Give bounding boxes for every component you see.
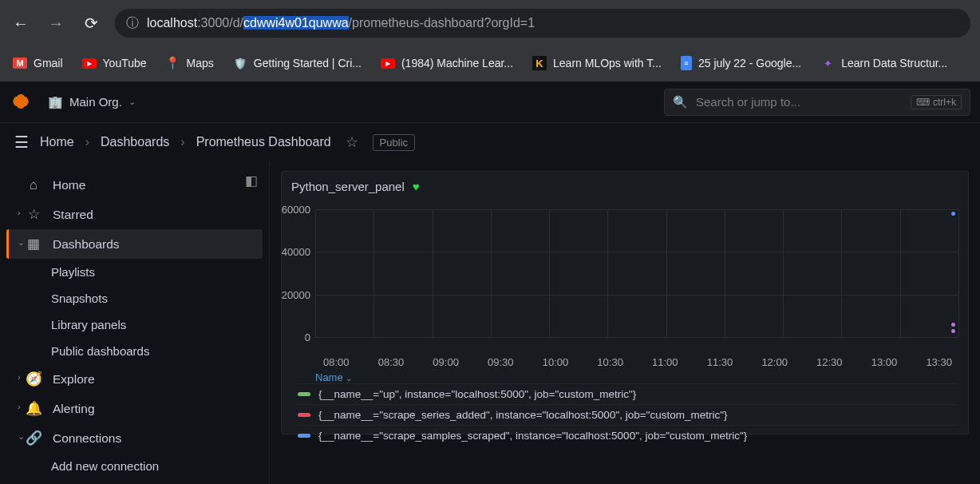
- x-tick-label: 10:30: [597, 356, 623, 368]
- x-tick-label: 08:00: [323, 356, 350, 368]
- star-icon[interactable]: ☆: [346, 133, 358, 151]
- data-point: [951, 212, 955, 216]
- sidebar-item-starred[interactable]: ☆Starred: [6, 200, 263, 229]
- x-tick-label: 08:30: [378, 356, 405, 368]
- spark-icon: ✦: [820, 56, 835, 70]
- bookmark-maps[interactable]: 📍Maps: [166, 56, 214, 70]
- link-icon: 🔗: [26, 430, 41, 446]
- grafana-logo[interactable]: [10, 91, 32, 113]
- back-button[interactable]: ←: [10, 11, 32, 36]
- gmail-icon: M: [13, 58, 27, 69]
- v-gridline: [491, 209, 492, 337]
- sidebar-item-playlists[interactable]: Playlists: [6, 259, 263, 285]
- v-gridline: [607, 209, 608, 337]
- star-icon: ☆: [26, 206, 41, 223]
- panel-title: Python_server_panel: [291, 180, 405, 193]
- v-gridline: [373, 209, 374, 337]
- v-gridline: [783, 209, 784, 337]
- breadcrumb-dashboards[interactable]: Dashboards: [101, 135, 169, 149]
- legend-row[interactable]: {__name__="up", instance="localhost:5000…: [298, 383, 958, 404]
- chevron-right-icon[interactable]: ›: [18, 402, 21, 411]
- search-box[interactable]: 🔍 Search or jump to... ⌨ctrl+k: [664, 89, 970, 116]
- bookmark-gdoc[interactable]: ≡25 july 22 - Google...: [681, 56, 801, 70]
- x-tick-label: 09:30: [488, 356, 514, 368]
- menu-toggle[interactable]: ☰: [14, 133, 29, 152]
- breadcrumb-sep: ›: [85, 135, 89, 149]
- bookmark-ml-1984[interactable]: ▶(1984) Machine Lear...: [381, 57, 513, 69]
- main-area: ◧ ⌂Home ›☆Starred ⌄▦Dashboards Playlists…: [0, 161, 980, 484]
- youtube-icon: ▶: [381, 58, 395, 69]
- chevron-down-icon[interactable]: ⌄: [18, 237, 25, 248]
- v-gridline: [841, 209, 842, 337]
- sidebar-item-dashboards[interactable]: ▦Dashboards: [6, 229, 263, 259]
- org-name: Main Org.: [69, 95, 122, 109]
- sidebar-item-alerting[interactable]: 🔔Alerting: [6, 394, 263, 423]
- building-icon: 🏢: [48, 95, 63, 109]
- search-placeholder: Search or jump to...: [696, 95, 903, 109]
- v-gridline: [900, 209, 901, 337]
- org-selector[interactable]: 🏢 Main Org. ⌄: [41, 92, 142, 113]
- bookmark-youtube[interactable]: ▶YouTube: [82, 57, 147, 69]
- y-tick-label: 60000: [282, 204, 310, 216]
- url-host: localhost: [147, 16, 197, 30]
- x-tick-label: 13:30: [926, 356, 952, 368]
- url-port-path: :3000/d/: [197, 16, 243, 30]
- url-rest: /prometheus-dashboard?orgId=1: [349, 16, 535, 30]
- sidebar: ◧ ⌂Home ›☆Starred ⌄▦Dashboards Playlists…: [0, 161, 270, 484]
- bookmark-mlops[interactable]: KLearn MLOps with T...: [532, 56, 662, 70]
- sidebar-item-library-panels[interactable]: Library panels: [6, 311, 263, 338]
- url-selection: cdwwi4w01quwwa: [243, 16, 349, 30]
- x-tick-label: 11:30: [707, 356, 733, 368]
- bookmark-gmail[interactable]: MGmail: [13, 57, 63, 69]
- chevron-down-icon: ⌄: [128, 97, 136, 107]
- v-gridline: [958, 209, 959, 337]
- sidebar-item-public-dashboards[interactable]: Public dashboards: [6, 338, 263, 364]
- url-bar[interactable]: ⓘ localhost:3000/d/cdwwi4w01quwwa/promet…: [115, 9, 970, 38]
- chart-plot-area[interactable]: 0200004000060000: [315, 209, 958, 353]
- grafana-header: 🏢 Main Org. ⌄ 🔍 Search or jump to... ⌨ct…: [0, 81, 980, 123]
- v-gridline: [725, 209, 725, 337]
- v-gridline: [549, 209, 550, 337]
- y-tick-label: 40000: [282, 246, 310, 258]
- youtube-icon: ▶: [82, 58, 97, 69]
- x-tick-label: 09:00: [433, 356, 459, 368]
- browser-toolbar: ← → ⟳ ⓘ localhost:3000/d/cdwwi4w01quwwa/…: [0, 0, 980, 46]
- public-badge: Public: [373, 134, 415, 151]
- sidebar-item-home[interactable]: ⌂Home: [6, 171, 263, 200]
- legend-swatch: [298, 392, 310, 396]
- sidebar-item-add-connection[interactable]: Add new connection: [6, 453, 263, 479]
- legend-row[interactable]: {__name__="scrape_series_added", instanc…: [298, 404, 958, 425]
- heart-icon[interactable]: ♥: [413, 180, 420, 193]
- chevron-down-icon[interactable]: ⌄: [18, 431, 25, 442]
- legend-swatch: [298, 434, 310, 438]
- v-gridline: [433, 209, 433, 337]
- chevron-right-icon[interactable]: ›: [18, 372, 21, 382]
- breadcrumb-home[interactable]: Home: [40, 135, 74, 149]
- legend-label: {__name__="scrape_samples_scraped", inst…: [318, 430, 747, 442]
- breadcrumb-current[interactable]: Prometheus Dashboard: [196, 135, 331, 149]
- bell-icon: 🔔: [26, 400, 41, 417]
- x-tick-label: 10:00: [543, 356, 569, 368]
- x-tick-label: 12:30: [816, 356, 843, 368]
- bookmark-learn-ds[interactable]: ✦Learn Data Structur...: [820, 56, 947, 70]
- sidebar-item-explore[interactable]: 🧭Explore: [6, 364, 263, 394]
- x-tick-label: 11:00: [652, 356, 678, 368]
- panel-python-server: Python_server_panel ♥ 0200004000060000 0…: [281, 171, 969, 434]
- legend-sort-name[interactable]: Name ⌄: [315, 371, 958, 383]
- maps-icon: 📍: [166, 56, 180, 70]
- forward-button[interactable]: →: [45, 11, 67, 36]
- sidebar-item-snapshots[interactable]: Snapshots: [6, 285, 263, 311]
- data-point: [951, 329, 955, 333]
- info-icon[interactable]: ⓘ: [126, 15, 139, 32]
- bookmark-getting-started[interactable]: 🛡️Getting Started | Cri...: [233, 56, 362, 70]
- reload-button[interactable]: ⟳: [80, 10, 102, 36]
- x-tick-label: 13:00: [871, 356, 898, 368]
- grid-icon: ▦: [26, 236, 41, 252]
- content-area: Python_server_panel ♥ 0200004000060000 0…: [270, 161, 980, 484]
- legend-row[interactable]: {__name__="scrape_samples_scraped", inst…: [298, 425, 958, 446]
- k-icon: K: [532, 56, 547, 70]
- sidebar-item-connections[interactable]: 🔗Connections: [6, 423, 263, 453]
- chevron-right-icon[interactable]: ›: [18, 208, 21, 217]
- breadcrumb-bar: ☰ Home › Dashboards › Prometheus Dashboa…: [0, 123, 980, 161]
- gridline: [315, 295, 958, 296]
